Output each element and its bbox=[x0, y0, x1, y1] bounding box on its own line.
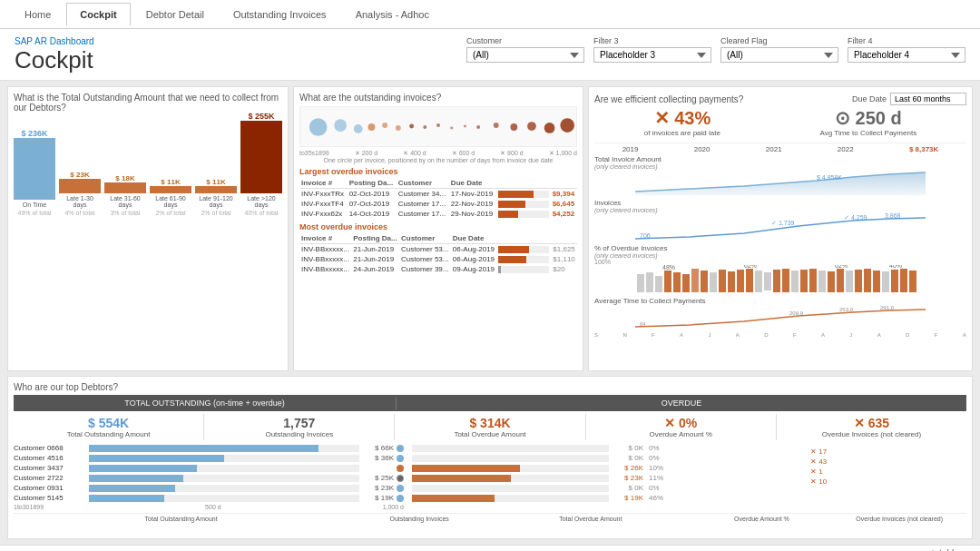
ov-bar-0668 bbox=[412, 445, 609, 452]
most-row-3: INV-BBxxxxx... 24-Jun-2019 Customer 39..… bbox=[299, 264, 577, 274]
nav-tab-outstanding-invoices[interactable]: Outstanding Invoices bbox=[220, 3, 340, 26]
most-overdue-table: Invoice # Posting Da... Customer Due Dat… bbox=[299, 233, 577, 274]
footer-ov: Total Overdue Amount bbox=[490, 516, 691, 522]
most-overdue-section: Most overdue invoices Invoice # Posting … bbox=[299, 222, 577, 274]
panel-efficiency: Are we efficient collecting payments? Du… bbox=[588, 86, 973, 371]
bar-5145 bbox=[89, 495, 359, 502]
cust-5145: Customer 5145 bbox=[14, 494, 86, 502]
bar-late-1-30-value: $ 23K bbox=[70, 171, 89, 179]
panel-outstanding-amount: What is the Total Outstanding Amount tha… bbox=[7, 86, 289, 371]
largest-overdue-section: Largest overdue invoices Invoice # Posti… bbox=[299, 167, 577, 219]
bar-late-61-90-rect bbox=[150, 186, 191, 193]
pct-row-0931: 0% bbox=[649, 484, 805, 492]
pct-overdue-svg: 48% 62% 62% 40% bbox=[594, 265, 966, 294]
bar-late-120plus-value: $ 255K bbox=[248, 112, 274, 121]
bar-late-1-30: $ 23K Late 1-30 days 4% of total bbox=[59, 171, 101, 216]
largest-overdue-table: Invoice # Posting Da... Customer Due Dat… bbox=[299, 178, 577, 219]
svg-rect-33 bbox=[728, 271, 735, 292]
svg-point-3 bbox=[368, 123, 376, 131]
customer-filter-select[interactable]: (All) bbox=[466, 47, 584, 63]
total-invoice-sublabel: (only cleared invoices) bbox=[594, 163, 966, 170]
bar-late-31-60: $ 18K Late 31-60 days 3% of total bbox=[104, 174, 146, 216]
panel-right-title: Are we efficient collecting payments? bbox=[594, 94, 743, 104]
axis-label-2: ✕ 400 d bbox=[403, 150, 426, 157]
footer-inv: Outstanding Invoices bbox=[352, 516, 486, 522]
kpi-avg-time: ⊙ 250 d Avg Time to Collect Payments bbox=[820, 107, 917, 137]
col-footers: Total Outstanding Amount Outstanding Inv… bbox=[14, 513, 966, 522]
svg-point-4 bbox=[382, 123, 387, 128]
svg-rect-34 bbox=[737, 270, 744, 292]
page-header: SAP AR Dashboard Cockpit Customer (All) … bbox=[0, 29, 980, 81]
largest-row-2: INV-FxxxTF4 07-Oct-2019 Customer 17... 2… bbox=[299, 199, 577, 209]
axis-label-4: ✕ 800 d bbox=[500, 150, 523, 157]
dot-0931 bbox=[397, 485, 404, 492]
svg-point-5 bbox=[396, 125, 401, 131]
ov-bar-0931 bbox=[412, 485, 609, 492]
avg-time-svg: 64 209.9 253.0 291.0 bbox=[594, 305, 966, 330]
filter3-group: Filter 3 Placeholder 3 bbox=[593, 36, 711, 63]
bar-on-time-pct: 49% of total bbox=[18, 210, 52, 216]
dot-5145 bbox=[397, 495, 404, 502]
largest-overdue-header: Largest overdue invoices bbox=[299, 167, 577, 176]
col-customer: Customer bbox=[397, 178, 449, 189]
bar-1 bbox=[496, 189, 551, 200]
cleared-flag-label: Cleared Flag bbox=[720, 36, 838, 45]
bubble-chart bbox=[299, 106, 577, 147]
filter4-group: Filter 4 Placeholder 4 bbox=[848, 36, 965, 63]
col-posting-m: Posting Da... bbox=[351, 233, 399, 244]
nav-tab-analysis-adhoc[interactable]: Analysis - Adhoc bbox=[342, 3, 443, 26]
app-subtitle: SAP AR Dashboard bbox=[15, 36, 94, 46]
largest-row-3: INV-Fxxx62x 14-Oct-2019 Customer 17... 2… bbox=[299, 209, 577, 219]
svg-rect-39 bbox=[782, 269, 789, 292]
panel-left-title: What is the Total Outstanding Amount tha… bbox=[14, 93, 282, 113]
svg-rect-29 bbox=[691, 269, 699, 292]
kpi-pct-label: Overdue Amount % bbox=[588, 430, 774, 438]
debtors-overdue-header: OVERDUE bbox=[397, 397, 966, 409]
ov-bar-5145 bbox=[412, 495, 609, 502]
ov-val-0931: $ 0K bbox=[612, 484, 643, 492]
due-date-select[interactable]: Last 60 months bbox=[890, 93, 966, 105]
filter4-select[interactable]: Placeholder 4 bbox=[848, 47, 965, 63]
svg-rect-41 bbox=[800, 270, 808, 292]
svg-rect-28 bbox=[682, 274, 690, 292]
inv-3: INV-Fxxx62x bbox=[299, 209, 348, 219]
mbar-3 bbox=[496, 264, 551, 274]
cust-3437: Customer 3437 bbox=[14, 464, 86, 472]
bar-0668 bbox=[89, 445, 359, 452]
kpi-paid-late-val: ✕ 43% bbox=[644, 107, 720, 129]
svg-text:706: 706 bbox=[640, 232, 651, 239]
nav-tab-home[interactable]: Home bbox=[11, 3, 64, 26]
bar-late-91-120-label: Late 91-120 days bbox=[195, 195, 237, 208]
svg-point-10 bbox=[464, 125, 466, 128]
bar-late-31-60-value: $ 18K bbox=[115, 174, 134, 182]
ov-row-3437: $ 26K bbox=[409, 464, 643, 472]
customer-filter-label: Customer bbox=[466, 36, 584, 45]
ov-val-4516: $ 0K bbox=[612, 454, 643, 462]
nav-tab-cockpit[interactable]: Cockpit bbox=[66, 3, 130, 26]
due-date-label: Due Date bbox=[852, 94, 887, 103]
cleared-flag-select[interactable]: (All) bbox=[720, 47, 838, 63]
pct-row-2722: 11% bbox=[649, 474, 805, 482]
col-bar bbox=[496, 178, 551, 189]
bar-3437 bbox=[89, 465, 359, 472]
invoices-svg: ✓ 1,739 ✓ 4,259 3,868 706 bbox=[594, 213, 966, 241]
svg-rect-31 bbox=[710, 272, 717, 292]
invoices-count-chart-section: Invoices (only cleared invoices) ✓ 1,739… bbox=[594, 199, 966, 242]
debtors-total-header: TOTAL OUTSTANDING (on-time + overdue) bbox=[14, 397, 397, 409]
year-2022: 2022 bbox=[838, 145, 854, 153]
val-4516: $ 36K bbox=[362, 454, 394, 462]
svg-text:✓ 1,739: ✓ 1,739 bbox=[771, 220, 795, 226]
mpost-3: 24-Jun-2019 bbox=[351, 264, 399, 274]
filter3-select[interactable]: Placeholder 3 bbox=[593, 47, 711, 63]
total-invoice-label: Total Invoice Amount bbox=[594, 155, 966, 163]
cleared-flag-filter-group: Cleared Flag (All) bbox=[720, 36, 838, 63]
bar-late-120plus-pct: 40% of total bbox=[245, 210, 279, 216]
nav-tab-debtor-detail[interactable]: Debtor Detail bbox=[132, 3, 218, 26]
svg-text:291.0: 291.0 bbox=[880, 305, 895, 310]
svg-rect-40 bbox=[791, 271, 799, 292]
bar-late-120plus-label: Late >120 days bbox=[240, 195, 282, 208]
panel-debtors: Who are our top Debtors? TOTAL OUTSTANDI… bbox=[7, 376, 973, 539]
bubble-chart-axis: to35s1899 ✕ 200 d ✕ 400 d ✕ 600 d ✕ 800 … bbox=[299, 150, 577, 157]
col-due-m: Due Date bbox=[451, 233, 497, 244]
bar-0931 bbox=[89, 485, 359, 492]
